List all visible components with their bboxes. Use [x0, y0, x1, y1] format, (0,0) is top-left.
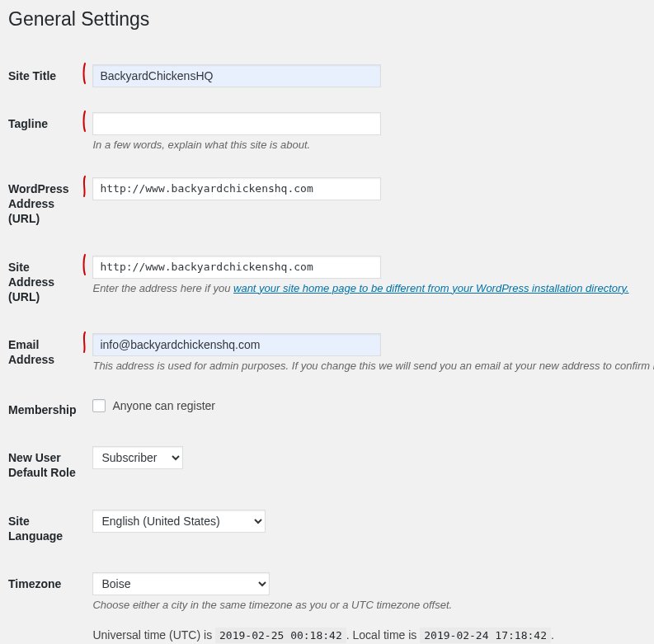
settings-form-table: Site Title Tagline In a few words, expla…	[8, 52, 654, 644]
wp-address-input[interactable]	[92, 177, 381, 200]
timezone-select[interactable]: Boise	[92, 572, 270, 595]
site-language-label: Site Language	[8, 497, 84, 560]
default-role-label: New User Default Role	[8, 434, 84, 496]
timezone-label: Timezone	[8, 560, 84, 644]
utc-time-value: 2019-02-25 00:18:42	[215, 628, 346, 643]
site-title-label: Site Title	[8, 52, 84, 100]
tagline-label: Tagline	[8, 100, 84, 165]
site-address-input[interactable]	[92, 256, 381, 279]
tagline-input[interactable]	[92, 112, 381, 135]
timezone-description: Choose either a city in the same timezon…	[92, 599, 654, 613]
site-address-help-link[interactable]: want your site home page to be different…	[233, 282, 629, 294]
site-title-input[interactable]	[92, 64, 381, 87]
local-time-value: 2019-02-24 17:18:42	[420, 628, 551, 643]
membership-checkbox-label[interactable]: Anyone can register	[92, 398, 215, 413]
wp-address-label: WordPress Address (URL)	[8, 165, 84, 243]
membership-label: Membership	[8, 386, 84, 434]
timezone-utc-info: Universal time (UTC) is 2019-02-25 00:18…	[92, 628, 654, 643]
membership-checkbox[interactable]	[92, 399, 106, 412]
page-title: General Settings	[8, 0, 638, 35]
site-language-select[interactable]: English (United States)	[92, 510, 266, 533]
tagline-description: In a few words, explain what this site i…	[92, 139, 654, 153]
email-label: Email Address	[8, 321, 84, 386]
email-description: This address is used for admin purposes.…	[92, 360, 654, 374]
site-address-description: Enter the address here if you want your …	[92, 282, 654, 296]
default-role-select[interactable]: Subscriber	[92, 446, 183, 469]
site-address-label: Site Address (URL)	[8, 243, 84, 322]
email-input[interactable]	[92, 333, 381, 356]
membership-checkbox-text: Anyone can register	[112, 398, 215, 413]
